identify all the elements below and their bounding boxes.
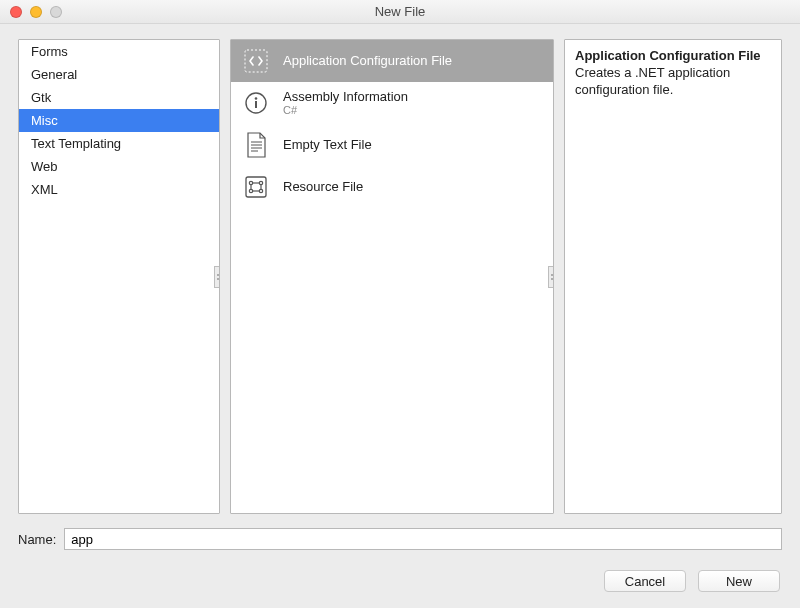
category-list: Forms General Gtk Misc Text Templating W… xyxy=(19,40,219,201)
name-label: Name: xyxy=(18,532,56,547)
splitter-handle[interactable] xyxy=(548,266,554,288)
template-label: Assembly Information xyxy=(283,89,408,105)
name-input[interactable] xyxy=(64,528,782,550)
template-label: Application Configuration File xyxy=(283,53,452,69)
category-item-general[interactable]: General xyxy=(19,63,219,86)
svg-point-11 xyxy=(249,189,252,192)
new-button[interactable]: New xyxy=(698,570,780,592)
svg-point-9 xyxy=(249,181,252,184)
category-item-gtk[interactable]: Gtk xyxy=(19,86,219,109)
svg-point-12 xyxy=(259,189,262,192)
svg-point-10 xyxy=(259,181,262,184)
description-body: Creates a .NET application configuration… xyxy=(575,65,771,99)
category-item-web[interactable]: Web xyxy=(19,155,219,178)
description-panel: Application Configuration File Creates a… xyxy=(564,39,782,514)
description-title: Application Configuration File xyxy=(575,48,771,63)
category-item-forms[interactable]: Forms xyxy=(19,40,219,63)
category-item-misc[interactable]: Misc xyxy=(19,109,219,132)
category-item-xml[interactable]: XML xyxy=(19,178,219,201)
template-list: Application Configuration File Assembly … xyxy=(231,40,553,208)
titlebar: New File xyxy=(0,0,800,24)
category-item-text-templating[interactable]: Text Templating xyxy=(19,132,219,155)
code-brackets-icon xyxy=(241,46,271,76)
template-item-empty-text[interactable]: Empty Text File xyxy=(231,124,553,166)
template-item-assembly-info[interactable]: Assembly Information C# xyxy=(231,82,553,124)
template-item-resource-file[interactable]: Resource File xyxy=(231,166,553,208)
text-file-icon xyxy=(241,130,271,160)
splitter-handle[interactable] xyxy=(214,266,220,288)
svg-rect-3 xyxy=(255,101,257,108)
svg-rect-8 xyxy=(246,177,266,197)
svg-point-2 xyxy=(255,97,258,100)
cancel-button[interactable]: Cancel xyxy=(604,570,686,592)
info-icon xyxy=(241,88,271,118)
template-panel: Application Configuration File Assembly … xyxy=(230,39,554,514)
template-item-app-config[interactable]: Application Configuration File xyxy=(231,40,553,82)
resource-icon xyxy=(241,172,271,202)
template-label: Empty Text File xyxy=(283,137,372,153)
window-title: New File xyxy=(0,4,800,19)
svg-rect-0 xyxy=(245,50,267,72)
template-label: Resource File xyxy=(283,179,363,195)
template-sublabel: C# xyxy=(283,104,408,117)
category-panel: Forms General Gtk Misc Text Templating W… xyxy=(18,39,220,514)
